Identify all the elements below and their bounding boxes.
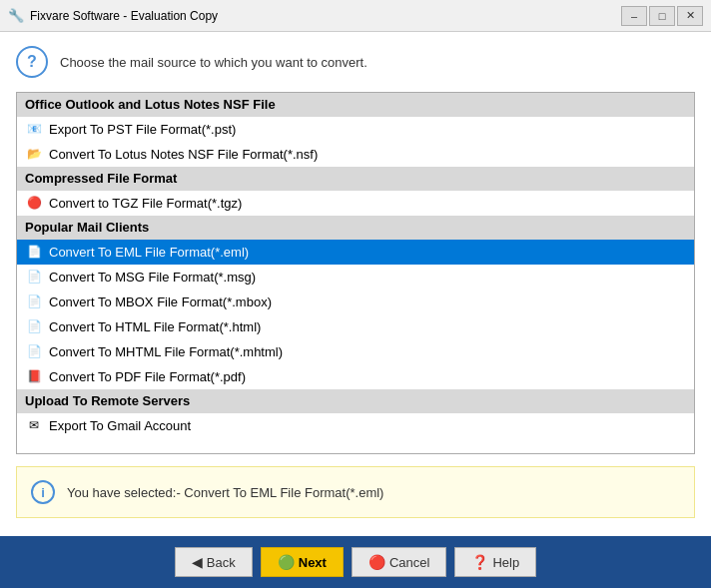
help-button[interactable]: ❓ Help — [454, 547, 536, 577]
list-item[interactable]: Upload To Remote Servers — [17, 389, 694, 413]
list-item[interactable]: 📄 Convert To MHTML File Format(*.mhtml) — [17, 339, 694, 364]
selection-info-box: i You have selected:- Convert To EML Fil… — [16, 466, 695, 518]
category-label: Popular Mail Clients — [25, 220, 149, 235]
list-item[interactable]: Office Outlook and Lotus Notes NSF File — [17, 93, 694, 117]
category-label: Compressed File Format — [25, 171, 177, 186]
back-label: Back — [207, 555, 236, 570]
item-icon: 📧 — [25, 121, 43, 137]
source-list-container: Office Outlook and Lotus Notes NSF File … — [16, 92, 695, 454]
cancel-button[interactable]: 🔴 Cancel — [352, 547, 446, 577]
item-icon: 📄 — [25, 294, 43, 309]
source-list-scroll[interactable]: Office Outlook and Lotus Notes NSF File … — [17, 93, 694, 453]
item-label: Export To PST File Format(*.pst) — [49, 122, 236, 137]
list-item[interactable]: 🔴 Convert to TGZ File Format(*.tgz) — [17, 191, 694, 216]
header-prompt: ? Choose the mail source to which you wa… — [16, 46, 695, 78]
item-label: Convert To MBOX File Format(*.mbox) — [49, 294, 272, 309]
item-label: Convert To Lotus Notes NSF File Format(*… — [49, 147, 318, 162]
close-button[interactable]: ✕ — [677, 6, 703, 26]
next-button[interactable]: 🟢 Next — [261, 547, 344, 577]
cancel-label: Cancel — [389, 555, 429, 570]
item-icon: 📕 — [25, 368, 43, 384]
next-icon: 🟢 — [278, 554, 295, 570]
cancel-icon: 🔴 — [368, 554, 385, 570]
list-item[interactable]: 📕 Convert To PDF File Format(*.pdf) — [17, 364, 694, 389]
back-icon: ◀ — [192, 554, 203, 570]
list-item[interactable]: ✉ Export To Gmail Account — [17, 413, 694, 438]
item-icon: 🔴 — [25, 195, 43, 211]
list-item[interactable]: 📄 Convert To MSG File Format(*.msg) — [17, 265, 694, 290]
help-icon: ❓ — [471, 554, 488, 570]
category-label: Office Outlook and Lotus Notes NSF File — [25, 97, 276, 112]
item-icon: 📄 — [25, 269, 43, 285]
list-item[interactable]: 📧 Export To PST File Format(*.pst) — [17, 117, 694, 142]
list-item[interactable]: 📄 Convert To MBOX File Format(*.mbox) — [17, 290, 694, 314]
title-bar: 🔧 Fixvare Software - Evaluation Copy – □… — [0, 0, 711, 32]
item-label: Export To Gmail Account — [49, 418, 191, 433]
bottom-bar: ◀ Back 🟢 Next 🔴 Cancel ❓ Help — [0, 536, 711, 588]
item-icon: 📄 — [25, 244, 43, 260]
item-label: Convert to TGZ File Format(*.tgz) — [49, 196, 242, 211]
info-icon: i — [31, 480, 55, 504]
main-content: ? Choose the mail source to which you wa… — [0, 32, 711, 536]
prompt-text: Choose the mail source to which you want… — [60, 55, 367, 70]
prompt-icon: ? — [16, 46, 48, 78]
list-item[interactable]: Popular Mail Clients — [17, 216, 694, 240]
item-label: Convert To MSG File Format(*.msg) — [49, 270, 256, 285]
back-button[interactable]: ◀ Back — [175, 547, 253, 577]
window-title: Fixvare Software - Evaluation Copy — [30, 9, 621, 23]
item-label: Convert To EML File Format(*.eml) — [49, 245, 249, 260]
item-icon: 📂 — [25, 146, 43, 162]
help-label: Help — [492, 555, 519, 570]
item-label: Convert To MHTML File Format(*.mhtml) — [49, 344, 283, 359]
list-item[interactable]: 📄 Convert To HTML File Format(*.html) — [17, 314, 694, 339]
category-label: Upload To Remote Servers — [25, 393, 190, 408]
item-icon: 📄 — [25, 318, 43, 334]
item-icon: ✉ — [25, 417, 43, 433]
item-label: Convert To PDF File Format(*.pdf) — [49, 369, 246, 384]
list-item[interactable]: 📂 Convert To Lotus Notes NSF File Format… — [17, 142, 694, 167]
item-label: Convert To HTML File Format(*.html) — [49, 319, 261, 334]
list-item[interactable]: 📄 Convert To EML File Format(*.eml) — [17, 240, 694, 265]
window-controls: – □ ✕ — [621, 6, 703, 26]
list-item[interactable]: Compressed File Format — [17, 167, 694, 191]
maximize-button[interactable]: □ — [649, 6, 675, 26]
app-icon: 🔧 — [8, 8, 24, 24]
minimize-button[interactable]: – — [621, 6, 647, 26]
next-label: Next — [299, 555, 327, 570]
item-icon: 📄 — [25, 343, 43, 359]
selection-text: You have selected:- Convert To EML File … — [67, 485, 383, 500]
